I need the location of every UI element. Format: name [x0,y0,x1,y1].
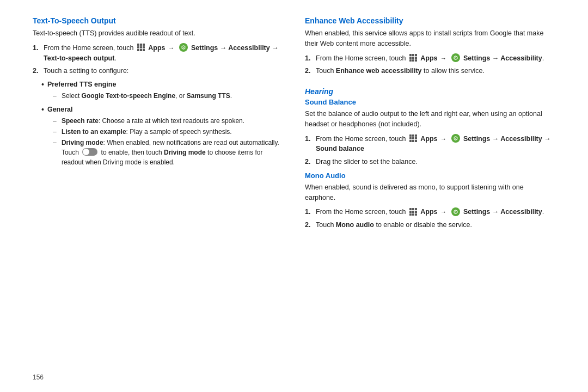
tts-section: Text-To-Speech Output Text-to-speech (TT… [33,16,283,171]
dash-listen-example: – Listen to an example: Play a sample of… [53,127,283,137]
tts-step-2-text: Touch a setting to configure: [44,66,128,76]
preferred-tts-dashes: – Select Google Text-to-speech Engine, o… [47,91,232,101]
general-dashes: – Speech rate: Choose a rate at which te… [47,116,283,167]
enhance-step-1-text: From the Home screen, touch Apps → Setti… [316,53,544,64]
hearing-title: Hearing [305,87,555,96]
apps-icon-2 [409,54,417,62]
page-number: 156 [33,373,44,381]
enhance-intro: When enabled, this service allows apps t… [305,28,555,49]
bullet-general: • General – Speech rate: Choose a rate a… [41,105,283,169]
tts-steps: 1. From the Home screen, touch Apps → Se… [33,43,283,76]
bullet-dot-1: • [41,79,44,90]
tts-title: Text-To-Speech Output [33,16,283,25]
enhance-step-1: 1. From the Home screen, touch Apps → Se… [305,53,555,64]
tts-step-1-text: From the Home screen, touch Apps → Setti… [44,43,283,64]
apps-icon-3 [409,134,417,142]
dash-item-1: – Select Google Text-to-speech Engine, o… [53,91,232,101]
tts-step-2: 2. Touch a setting to configure: [33,66,283,76]
page-content: Text-To-Speech Output Text-to-speech (TT… [0,0,588,392]
bullet-general-label: General – Speech rate: Choose a rate at … [47,105,283,169]
sound-balance-step-2: 2. Drag the slider to set the balance. [305,157,555,167]
bullet-dot-2: • [41,105,44,115]
sound-balance-intro: Set the balance of audio output to the l… [305,109,555,130]
settings-icon-4 [451,207,460,216]
bullet-preferred-label: Preferred TTS engine – Select Google Tex… [47,79,232,103]
apps-icon-4 [409,208,417,216]
tts-intro: Text-to-speech (TTS) provides audible re… [33,28,283,39]
settings-icon-3 [451,134,460,143]
mono-audio-step-2: 2. Touch Mono audio to enable or disable… [305,220,555,230]
bullet-preferred-tts: • Preferred TTS engine – Select Google T… [41,79,283,103]
dash-driving-mode: – Driving mode: When enabled, new notifi… [53,138,283,167]
dash-speech-rate: – Speech rate: Choose a rate at which te… [53,116,283,126]
mono-audio-step-1: 1. From the Home screen, touch Apps → Se… [305,207,555,217]
apps-icon-1 [137,44,145,51]
settings-icon-2 [451,53,460,62]
step-num-2: 2. [33,66,42,76]
settings-icon-1 [179,43,188,52]
mono-audio-section: Mono Audio When enabled, sound is delive… [305,171,555,230]
sound-balance-title: Sound Balance [305,98,555,106]
sound-balance-steps: 1. From the Home screen, touch Apps → Se… [305,134,555,167]
enhance-section: Enhance Web Accessibility When enabled, … [305,16,555,79]
enhance-step-num-1: 1. [305,53,315,64]
hearing-section: Hearing Sound Balance Set the balance of… [305,87,555,235]
mono-audio-steps: 1. From the Home screen, touch Apps → Se… [305,207,555,230]
enhance-title: Enhance Web Accessibility [305,16,555,25]
sound-balance-step-2-text: Drag the slider to set the balance. [316,157,418,167]
tts-step-1: 1. From the Home screen, touch Apps → Se… [33,43,283,64]
step-num-1: 1. [33,43,42,53]
mono-audio-title: Mono Audio [305,171,555,180]
apps-label-1: Apps [148,44,165,52]
mono-audio-intro: When enabled, sound is delivered as mono… [305,182,555,203]
sound-balance-section: Sound Balance Set the balance of audio o… [305,98,555,167]
tts-bullet-list: • Preferred TTS engine – Select Google T… [33,79,283,169]
left-column: Text-To-Speech Output Text-to-speech (TT… [33,16,283,376]
enhance-step-2: 2. Touch Enhance web accessibility to al… [305,66,555,76]
sound-balance-step-1: 1. From the Home screen, touch Apps → Se… [305,134,555,155]
right-column: Enhance Web Accessibility When enabled, … [305,16,555,376]
toggle-off-icon [82,148,97,156]
enhance-steps: 1. From the Home screen, touch Apps → Se… [305,53,555,77]
